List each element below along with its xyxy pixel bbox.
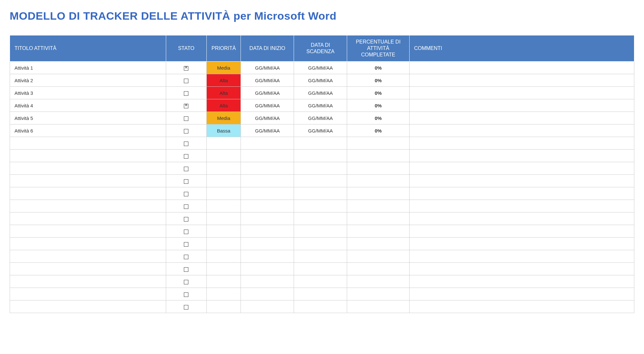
cell-priority[interactable] (206, 238, 241, 250)
cell-comments[interactable] (409, 99, 634, 112)
status-checkbox[interactable] (184, 179, 188, 184)
cell-percent[interactable] (347, 175, 410, 187)
status-checkbox[interactable] (184, 116, 188, 121)
cell-comments[interactable] (409, 124, 634, 137)
cell-title[interactable] (10, 150, 166, 162)
status-checkbox[interactable] (184, 230, 188, 234)
cell-title[interactable]: Attività 1 (10, 62, 166, 74)
cell-priority[interactable] (206, 225, 241, 238)
cell-percent[interactable] (347, 225, 410, 238)
status-checkbox[interactable] (184, 154, 188, 159)
cell-start-date[interactable] (241, 263, 294, 275)
cell-percent[interactable] (347, 162, 410, 175)
cell-priority[interactable]: Media (206, 62, 241, 74)
cell-start-date[interactable]: GG/MM/AA (241, 112, 294, 124)
status-checkbox[interactable] (184, 91, 188, 96)
status-checkbox[interactable] (184, 217, 188, 221)
cell-due-date[interactable] (294, 187, 347, 200)
status-checkbox[interactable] (184, 79, 188, 83)
cell-comments[interactable] (409, 263, 634, 275)
cell-percent[interactable]: 0% (347, 99, 410, 112)
cell-percent[interactable]: 0% (347, 112, 410, 124)
cell-percent[interactable] (347, 275, 410, 288)
status-checkbox[interactable] (184, 292, 188, 297)
cell-priority[interactable] (206, 200, 241, 212)
cell-due-date[interactable] (294, 212, 347, 225)
cell-title[interactable] (10, 187, 166, 200)
cell-priority[interactable] (206, 212, 241, 225)
cell-percent[interactable] (347, 250, 410, 263)
cell-comments[interactable] (409, 238, 634, 250)
cell-priority[interactable] (206, 250, 241, 263)
cell-comments[interactable] (409, 150, 634, 162)
status-checkbox[interactable] (184, 142, 188, 146)
cell-priority[interactable] (206, 263, 241, 275)
cell-percent[interactable]: 0% (347, 62, 410, 74)
cell-percent[interactable] (347, 187, 410, 200)
cell-title[interactable] (10, 238, 166, 250)
cell-title[interactable] (10, 162, 166, 175)
status-checkbox[interactable] (184, 167, 188, 171)
cell-start-date[interactable]: GG/MM/AA (241, 124, 294, 137)
cell-due-date[interactable]: GG/MM/AA (294, 74, 347, 87)
cell-comments[interactable] (409, 187, 634, 200)
cell-percent[interactable] (347, 200, 410, 212)
cell-title[interactable] (10, 288, 166, 300)
cell-percent[interactable]: 0% (347, 124, 410, 137)
cell-title[interactable]: Attività 5 (10, 112, 166, 124)
cell-due-date[interactable] (294, 137, 347, 150)
cell-priority[interactable] (206, 162, 241, 175)
cell-priority[interactable] (206, 137, 241, 150)
cell-due-date[interactable]: GG/MM/AA (294, 124, 347, 137)
cell-start-date[interactable] (241, 200, 294, 212)
cell-comments[interactable] (409, 137, 634, 150)
cell-due-date[interactable] (294, 175, 347, 187)
cell-comments[interactable] (409, 225, 634, 238)
cell-title[interactable]: Attività 4 (10, 99, 166, 112)
cell-priority[interactable]: Media (206, 112, 241, 124)
cell-priority[interactable] (206, 175, 241, 187)
cell-comments[interactable] (409, 200, 634, 212)
cell-due-date[interactable]: GG/MM/AA (294, 87, 347, 99)
cell-priority[interactable] (206, 150, 241, 162)
status-checkbox[interactable] (184, 280, 188, 284)
cell-comments[interactable] (409, 275, 634, 288)
cell-priority[interactable]: Alta (206, 99, 241, 112)
cell-comments[interactable] (409, 112, 634, 124)
cell-comments[interactable] (409, 62, 634, 74)
cell-due-date[interactable] (294, 275, 347, 288)
status-checkbox[interactable] (184, 129, 188, 133)
cell-percent[interactable] (347, 300, 410, 313)
cell-due-date[interactable] (294, 250, 347, 263)
cell-percent[interactable] (347, 288, 410, 300)
cell-title[interactable]: Attività 3 (10, 87, 166, 99)
cell-start-date[interactable]: GG/MM/AA (241, 87, 294, 99)
cell-priority[interactable] (206, 300, 241, 313)
cell-due-date[interactable] (294, 263, 347, 275)
cell-start-date[interactable] (241, 212, 294, 225)
cell-start-date[interactable] (241, 225, 294, 238)
cell-title[interactable] (10, 300, 166, 313)
cell-title[interactable] (10, 275, 166, 288)
cell-title[interactable] (10, 263, 166, 275)
cell-due-date[interactable]: GG/MM/AA (294, 99, 347, 112)
cell-percent[interactable]: 0% (347, 74, 410, 87)
cell-start-date[interactable] (241, 275, 294, 288)
cell-priority[interactable]: Alta (206, 74, 241, 87)
cell-priority[interactable] (206, 275, 241, 288)
cell-comments[interactable] (409, 87, 634, 99)
cell-due-date[interactable] (294, 200, 347, 212)
cell-start-date[interactable]: GG/MM/AA (241, 99, 294, 112)
cell-percent[interactable] (347, 137, 410, 150)
cell-due-date[interactable] (294, 238, 347, 250)
cell-percent[interactable] (347, 150, 410, 162)
cell-due-date[interactable]: GG/MM/AA (294, 62, 347, 74)
cell-start-date[interactable]: GG/MM/AA (241, 62, 294, 74)
status-checkbox[interactable] (184, 255, 188, 259)
cell-start-date[interactable] (241, 175, 294, 187)
cell-title[interactable] (10, 225, 166, 238)
cell-priority[interactable]: Alta (206, 87, 241, 99)
cell-start-date[interactable] (241, 162, 294, 175)
cell-comments[interactable] (409, 74, 634, 87)
cell-title[interactable] (10, 200, 166, 212)
